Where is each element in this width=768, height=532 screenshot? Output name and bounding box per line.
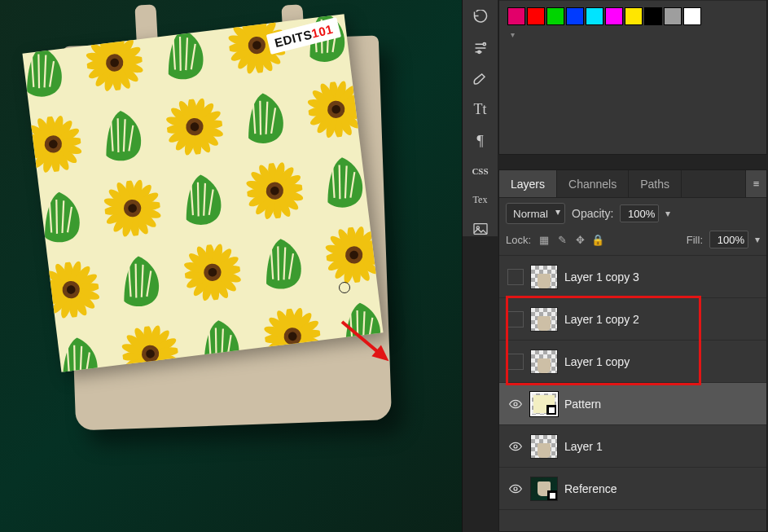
pattern-layer[interactable]: EDITS101	[22, 14, 383, 372]
swatch[interactable]	[625, 7, 643, 25]
history-icon[interactable]	[468, 10, 493, 26]
fill-label: Fill:	[687, 234, 703, 246]
lock-all-icon[interactable]: 🔒	[591, 234, 604, 246]
layers-panel: Layers Channels Paths ≡ Normal Opacity: …	[498, 169, 767, 532]
tab-layers[interactable]: Layers	[499, 170, 557, 197]
layer-name-label[interactable]: Layer 1 copy 2	[564, 313, 639, 326]
tool-strip: Tt ¶ CSS Tex	[463, 0, 498, 236]
layer-name-label[interactable]: Layer 1	[564, 440, 603, 453]
swatch[interactable]	[586, 7, 603, 25]
swatch[interactable]	[683, 7, 701, 25]
layer-name-label[interactable]: Layer 1 copy	[564, 355, 630, 368]
layer-thumbnail[interactable]	[530, 265, 558, 289]
visibility-eye-icon[interactable]	[507, 269, 524, 285]
lock-pixels-icon[interactable]: ▦	[538, 234, 551, 246]
visibility-eye-icon[interactable]	[507, 481, 524, 497]
lock-move-icon[interactable]: ✥	[573, 234, 586, 246]
fill-caret-icon[interactable]: ▾	[755, 234, 760, 245]
lock-icons[interactable]: ▦ ✎ ✥ 🔒	[538, 234, 604, 246]
visibility-eye-icon[interactable]	[507, 311, 524, 328]
swatch[interactable]	[605, 7, 623, 25]
lock-label: Lock:	[506, 234, 531, 246]
visibility-eye-icon[interactable]	[507, 354, 524, 370]
layer-thumbnail[interactable]	[530, 392, 558, 416]
type-icon[interactable]: Tt	[468, 101, 493, 118]
panel-menu-icon[interactable]: ≡	[745, 170, 766, 197]
layer-row[interactable]: Layer 1 copy 3	[499, 256, 766, 298]
svg-point-222	[514, 487, 517, 490]
layer-thumbnail[interactable]	[530, 477, 558, 501]
swatch[interactable]	[664, 7, 682, 25]
tab-paths[interactable]: Paths	[629, 170, 682, 197]
svg-point-221	[514, 445, 517, 448]
swatch[interactable]	[644, 7, 662, 25]
layer-row[interactable]: Reference	[499, 468, 766, 510]
layer-name-label[interactable]: Layer 1 copy 3	[564, 270, 639, 284]
properties-icon[interactable]	[468, 41, 493, 55]
brush-cursor-icon	[339, 282, 350, 293]
swatch[interactable]	[546, 7, 564, 25]
swatch[interactable]	[527, 7, 545, 25]
blend-mode-select[interactable]: Normal	[506, 203, 565, 224]
fill-input[interactable]	[709, 231, 748, 248]
tex-export-icon[interactable]: Tex	[468, 193, 493, 208]
swatch-row	[499, 1, 766, 29]
brush-icon[interactable]	[468, 70, 493, 86]
svg-point-220	[514, 402, 517, 406]
opacity-caret-icon[interactable]: ▾	[665, 208, 670, 219]
lock-brush-icon[interactable]: ✎	[555, 234, 568, 246]
swatch[interactable]	[507, 7, 525, 25]
swatch[interactable]	[566, 7, 584, 25]
layer-row[interactable]: Layer 1 copy	[499, 341, 766, 383]
svg-point-216	[483, 42, 485, 45]
layer-row[interactable]: Pattern	[499, 383, 766, 425]
visibility-eye-icon[interactable]	[507, 396, 524, 412]
layer-row[interactable]: Layer 1 copy 2	[499, 298, 766, 341]
opacity-input[interactable]	[620, 204, 659, 222]
layer-row[interactable]: Layer 1	[499, 425, 766, 468]
image-icon[interactable]	[468, 222, 493, 237]
layer-name-label[interactable]: Reference	[564, 482, 617, 495]
panel-tabs: Layers Channels Paths ≡	[499, 170, 766, 198]
layer-thumbnail[interactable]	[530, 307, 558, 332]
tab-channels[interactable]: Channels	[557, 170, 629, 197]
visibility-eye-icon[interactable]	[507, 438, 524, 455]
css-export-icon[interactable]: CSS	[468, 165, 493, 179]
layer-list: Layer 1 copy 3Layer 1 copy 2Layer 1 copy…	[499, 256, 766, 510]
paragraph-icon[interactable]: ¶	[468, 133, 493, 150]
layer-thumbnail[interactable]	[530, 350, 558, 374]
swatches-panel: Swatches ▾	[498, 0, 767, 155]
document-canvas[interactable]: EDITS101	[0, 0, 463, 532]
layer-name-label[interactable]: Pattern	[564, 398, 601, 411]
swatches-expand-icon[interactable]: ▾	[499, 29, 766, 41]
opacity-label: Opacity:	[572, 207, 613, 220]
layer-thumbnail[interactable]	[530, 434, 558, 459]
